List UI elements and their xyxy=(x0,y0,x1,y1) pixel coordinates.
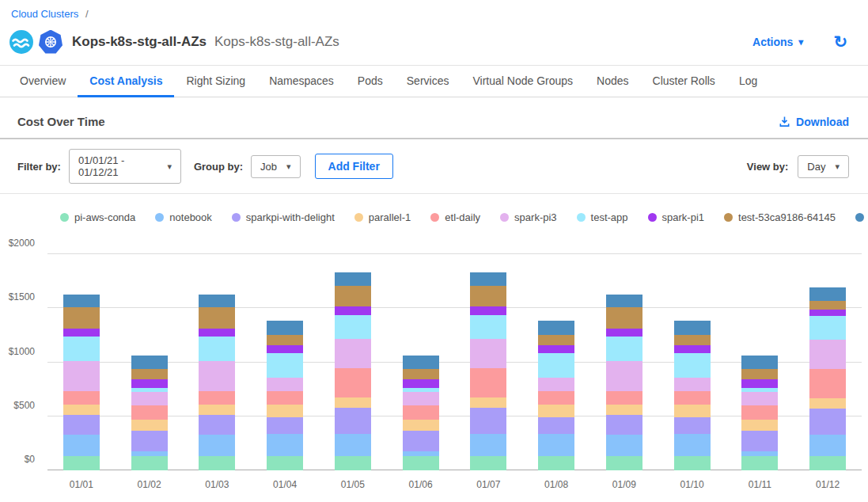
stacked-bar-01/02[interactable] xyxy=(131,254,168,470)
bar-segment-test-app[interactable] xyxy=(809,316,846,340)
bar-segment-spark-pi1[interactable] xyxy=(63,329,100,337)
bar-segment-spark-pi3[interactable] xyxy=(470,339,506,368)
bar-segment-test-pkix[interactable] xyxy=(131,356,168,369)
legend-item-spark-pi3[interactable]: spark-pi3 xyxy=(500,211,556,223)
bar-segment-sparkpi-with-delight[interactable] xyxy=(538,417,574,434)
tab-right-sizing[interactable]: Right Sizing xyxy=(174,66,257,97)
bar-segment-sparkpi-with-delight[interactable] xyxy=(674,417,711,434)
bar-segment-parallel-1[interactable] xyxy=(131,420,168,431)
legend-item-notebook[interactable]: notebook xyxy=(155,211,212,223)
bar-segment-pi-aws-conda[interactable] xyxy=(538,456,574,470)
bar-segment-notebook[interactable] xyxy=(809,435,846,456)
stacked-bar-01/06[interactable] xyxy=(403,254,439,470)
bar-segment-spark-pi3[interactable] xyxy=(199,361,235,391)
bar-segment-parallel-1[interactable] xyxy=(403,420,439,431)
legend-item-sparkpi-with-delight[interactable]: sparkpi-with-delight xyxy=(232,211,335,223)
bar-segment-test-53ca9186-64145[interactable] xyxy=(199,307,235,329)
bar-segment-parallel-1[interactable] xyxy=(674,405,711,417)
bar-segment-sparkpi-with-delight[interactable] xyxy=(809,409,846,435)
bar-segment-parallel-1[interactable] xyxy=(606,405,642,414)
bar-segment-spark-pi3[interactable] xyxy=(131,392,168,405)
bar-segment-notebook[interactable] xyxy=(63,435,100,456)
bar-segment-pi-aws-conda[interactable] xyxy=(741,456,778,470)
tab-namespaces[interactable]: Namespaces xyxy=(257,66,346,97)
bar-segment-pi-aws-conda[interactable] xyxy=(63,456,100,470)
bar-segment-notebook[interactable] xyxy=(470,434,506,457)
tab-cost-analysis[interactable]: Cost Analysis xyxy=(78,66,174,97)
bar-segment-notebook[interactable] xyxy=(267,434,303,455)
bar-segment-spark-pi3[interactable] xyxy=(335,339,371,368)
bar-segment-notebook[interactable] xyxy=(335,434,371,457)
bar-segment-spark-pi1[interactable] xyxy=(741,379,778,387)
tab-nodes[interactable]: Nodes xyxy=(585,66,640,97)
bar-segment-spark-pi3[interactable] xyxy=(606,361,642,391)
bar-segment-test-app[interactable] xyxy=(267,353,303,378)
bar-segment-spark-pi1[interactable] xyxy=(538,345,574,353)
date-range-dropdown[interactable]: 01/01/21 - 01/12/21 ▾ xyxy=(69,149,181,184)
legend-item-test-app[interactable]: test-app xyxy=(577,211,628,223)
bar-segment-test-pkix[interactable] xyxy=(674,321,711,335)
bar-segment-spark-pi3[interactable] xyxy=(267,378,303,391)
bar-segment-etl-daily[interactable] xyxy=(403,405,439,420)
bar-segment-pi-aws-conda[interactable] xyxy=(403,456,439,470)
bar-segment-test-53ca9186-64145[interactable] xyxy=(538,335,574,346)
bar-segment-pi-aws-conda[interactable] xyxy=(674,456,711,470)
bar-segment-test-pkix[interactable] xyxy=(606,295,642,307)
bar-segment-etl-daily[interactable] xyxy=(267,391,303,405)
bar-segment-etl-daily[interactable] xyxy=(131,405,168,420)
bar-segment-sparkpi-with-delight[interactable] xyxy=(267,417,303,434)
bar-segment-test-app[interactable] xyxy=(199,337,235,361)
bar-segment-spark-pi1[interactable] xyxy=(199,329,235,337)
tab-cluster-rolls[interactable]: Cluster Rolls xyxy=(641,66,727,97)
bar-segment-test-53ca9186-64145[interactable] xyxy=(809,301,846,309)
legend-item-test-pkix[interactable]: test-pkix xyxy=(855,211,868,223)
download-button[interactable]: Download xyxy=(779,116,849,128)
bar-segment-spark-pi1[interactable] xyxy=(403,379,439,387)
breadcrumb-link-cloud-clusters[interactable]: Cloud Clusters xyxy=(11,8,78,20)
bar-segment-test-pkix[interactable] xyxy=(741,356,778,369)
bar-segment-notebook[interactable] xyxy=(538,434,574,455)
bar-segment-test-53ca9186-64145[interactable] xyxy=(63,307,100,329)
bar-segment-test-pkix[interactable] xyxy=(267,321,303,335)
legend-item-etl-daily[interactable]: etl-daily xyxy=(430,211,480,223)
actions-button[interactable]: Actions ▾ xyxy=(752,36,803,48)
stacked-bar-01/01[interactable] xyxy=(63,254,100,470)
bar-segment-parallel-1[interactable] xyxy=(335,397,371,408)
bar-segment-etl-daily[interactable] xyxy=(674,391,711,405)
bar-segment-pi-aws-conda[interactable] xyxy=(131,456,168,470)
bar-segment-spark-pi3[interactable] xyxy=(538,378,574,391)
bar-segment-pi-aws-conda[interactable] xyxy=(199,456,235,470)
bar-segment-etl-daily[interactable] xyxy=(199,391,235,405)
legend-item-test-53ca9186-64145[interactable]: test-53ca9186-64145 xyxy=(724,211,836,223)
bar-segment-spark-pi1[interactable] xyxy=(674,345,711,353)
bar-segment-test-pkix[interactable] xyxy=(470,272,506,286)
bar-segment-spark-pi1[interactable] xyxy=(267,345,303,353)
bar-segment-test-app[interactable] xyxy=(606,337,642,361)
bar-segment-pi-aws-conda[interactable] xyxy=(335,456,371,470)
legend-item-parallel-1[interactable]: parallel-1 xyxy=(354,211,411,223)
bar-segment-test-app[interactable] xyxy=(335,315,371,339)
bar-segment-sparkpi-with-delight[interactable] xyxy=(606,415,642,435)
bar-segment-sparkpi-with-delight[interactable] xyxy=(131,431,168,451)
bar-segment-test-53ca9186-64145[interactable] xyxy=(470,286,506,306)
bar-segment-parallel-1[interactable] xyxy=(741,420,778,431)
view-by-dropdown[interactable]: Day ▾ xyxy=(798,155,849,178)
bar-segment-sparkpi-with-delight[interactable] xyxy=(741,431,778,451)
bar-segment-test-53ca9186-64145[interactable] xyxy=(674,335,711,346)
bar-segment-etl-daily[interactable] xyxy=(538,391,574,405)
bar-segment-spark-pi3[interactable] xyxy=(674,378,711,391)
stacked-bar-01/09[interactable] xyxy=(606,254,642,470)
bar-segment-test-53ca9186-64145[interactable] xyxy=(403,369,439,380)
bar-segment-sparkpi-with-delight[interactable] xyxy=(335,408,371,434)
bar-segment-pi-aws-conda[interactable] xyxy=(470,456,506,470)
bar-segment-spark-pi3[interactable] xyxy=(63,361,100,391)
bar-segment-parallel-1[interactable] xyxy=(199,405,235,414)
bar-segment-spark-pi3[interactable] xyxy=(403,392,439,405)
bar-segment-sparkpi-with-delight[interactable] xyxy=(470,408,506,434)
bar-segment-pi-aws-conda[interactable] xyxy=(809,456,846,470)
bar-segment-etl-daily[interactable] xyxy=(606,391,642,405)
bar-segment-spark-pi1[interactable] xyxy=(131,379,168,387)
bar-segment-sparkpi-with-delight[interactable] xyxy=(63,415,100,435)
bar-segment-test-pkix[interactable] xyxy=(403,356,439,369)
bar-segment-sparkpi-with-delight[interactable] xyxy=(199,415,235,435)
